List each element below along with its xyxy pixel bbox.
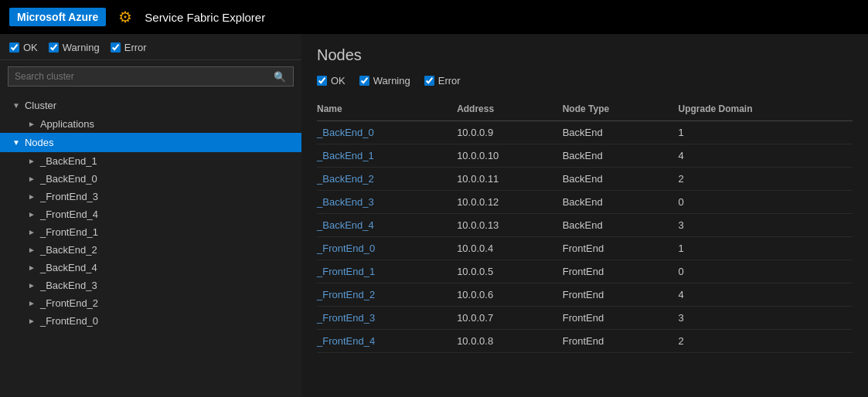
cell-name[interactable]: _FrontEnd_2	[317, 283, 457, 307]
sidebar-filter-ok-label: OK	[23, 42, 38, 53]
col-upgrade-domain: Upgrade Domain	[679, 99, 853, 121]
table-row: _FrontEnd_2 10.0.0.6 FrontEnd 4	[317, 283, 853, 307]
col-name: Name	[317, 99, 457, 121]
search-button[interactable]: 🔍	[271, 70, 289, 84]
sidebar-filter-error-checkbox[interactable]	[111, 42, 121, 53]
tree-child-item[interactable]: ►_BackEnd_3	[0, 277, 301, 294]
tree-item-cluster[interactable]: ▼ Cluster	[0, 96, 301, 115]
tree-child-item[interactable]: ►_FrontEnd_0	[0, 312, 301, 330]
chevron-down-icon-nodes: ▼	[12, 138, 20, 147]
chevron-right-icon: ►	[28, 157, 36, 165]
cell-upgrade-domain: 0	[679, 260, 853, 283]
tree-child-item[interactable]: ►_FrontEnd_4	[0, 205, 301, 223]
cell-node-type: FrontEnd	[563, 260, 679, 283]
search-input[interactable]	[8, 66, 294, 87]
cell-name[interactable]: _FrontEnd_3	[317, 307, 457, 330]
node-link[interactable]: _BackEnd_1	[317, 150, 374, 161]
tree-item-nodes[interactable]: ▼ Nodes	[0, 133, 301, 152]
node-link[interactable]: _FrontEnd_3	[317, 312, 375, 324]
node-link[interactable]: _BackEnd_0	[317, 127, 374, 138]
nodes-table: Name Address Node Type Upgrade Domain _B…	[317, 99, 853, 353]
node-link[interactable]: _BackEnd_2	[317, 173, 374, 185]
app-title: Service Fabric Explorer	[145, 11, 265, 24]
node-link[interactable]: _FrontEnd_2	[317, 289, 375, 300]
tree-child-item[interactable]: ►_FrontEnd_2	[0, 294, 301, 312]
tree-child-label: _BackEnd_1	[40, 155, 97, 167]
tree: ▼ Cluster ► Applications ▼ Nodes ►_BackE…	[0, 93, 301, 333]
chevron-right-icon: ►	[28, 210, 36, 219]
chevron-right-icon: ►	[28, 246, 36, 254]
app-icon: ⚙	[118, 8, 132, 26]
cell-upgrade-domain: 2	[679, 330, 853, 353]
sidebar-filter-warning-checkbox[interactable]	[49, 42, 59, 53]
content-filter-error-checkbox[interactable]	[424, 76, 434, 86]
cell-name[interactable]: _FrontEnd_1	[317, 260, 457, 283]
content-filter-ok-checkbox[interactable]	[317, 76, 327, 86]
chevron-right-icon: ►	[28, 120, 36, 128]
table-row: _BackEnd_1 10.0.0.10 BackEnd 4	[317, 144, 853, 168]
content-filter-warning-checkbox[interactable]	[359, 76, 369, 86]
content-filter-error-label: Error	[438, 75, 461, 87]
nodes-table-body: _BackEnd_0 10.0.0.9 BackEnd 1 _BackEnd_1…	[317, 121, 853, 353]
sidebar-filter-warning-label: Warning	[63, 42, 100, 53]
tree-child-label: _BackEnd_2	[40, 244, 97, 256]
chevron-right-icon: ►	[28, 263, 36, 272]
cell-upgrade-domain: 4	[679, 283, 853, 307]
cell-name[interactable]: _BackEnd_0	[317, 121, 457, 144]
sidebar-filter-warning[interactable]: Warning	[49, 42, 100, 53]
node-link[interactable]: _BackEnd_3	[317, 196, 374, 208]
cell-upgrade-domain: 0	[679, 191, 853, 214]
cell-address: 10.0.0.11	[457, 168, 563, 191]
content-area: Nodes OK Warning Error Name Address	[301, 34, 868, 397]
content-filter-error[interactable]: Error	[424, 75, 461, 87]
cell-name[interactable]: _FrontEnd_4	[317, 330, 457, 353]
cell-address: 10.0.0.6	[457, 283, 563, 307]
sidebar-filter-error[interactable]: Error	[111, 42, 147, 53]
table-row: _BackEnd_2 10.0.0.11 BackEnd 2	[317, 168, 853, 191]
tree-child-label: _BackEnd_3	[40, 280, 97, 291]
tree-child-item[interactable]: ►_BackEnd_4	[0, 259, 301, 277]
cell-name[interactable]: _BackEnd_3	[317, 191, 457, 214]
cell-upgrade-domain: 2	[679, 168, 853, 191]
sidebar-filter-ok-checkbox[interactable]	[9, 42, 19, 53]
cell-name[interactable]: _BackEnd_1	[317, 144, 457, 168]
tree-child-label: _BackEnd_4	[40, 262, 97, 273]
sidebar-filter-bar: OK Warning Error	[0, 34, 301, 60]
cell-upgrade-domain: 3	[679, 307, 853, 330]
content-filter-ok-label: OK	[331, 75, 345, 87]
tree-child-label: _FrontEnd_2	[40, 297, 98, 309]
applications-label: Applications	[40, 118, 94, 130]
cell-name[interactable]: _BackEnd_4	[317, 214, 457, 237]
chevron-right-icon: ►	[28, 317, 36, 325]
cell-node-type: FrontEnd	[563, 237, 679, 260]
content-filter-warning[interactable]: Warning	[359, 75, 410, 87]
sidebar-filter-ok[interactable]: OK	[9, 42, 38, 53]
tree-child-item[interactable]: ►_FrontEnd_3	[0, 188, 301, 205]
app-header: Microsoft Azure ⚙ Service Fabric Explore…	[0, 0, 868, 34]
tree-child-item[interactable]: ►_BackEnd_0	[0, 170, 301, 188]
cell-node-type: FrontEnd	[563, 283, 679, 307]
cell-name[interactable]: _FrontEnd_0	[317, 237, 457, 260]
tree-child-item[interactable]: ►_FrontEnd_1	[0, 223, 301, 241]
cell-upgrade-domain: 4	[679, 144, 853, 168]
main-layout: OK Warning Error 🔍 ▼ Cluster ► A	[0, 34, 868, 397]
cell-name[interactable]: _BackEnd_2	[317, 168, 457, 191]
node-link[interactable]: _BackEnd_4	[317, 219, 374, 231]
table-row: _BackEnd_4 10.0.0.13 BackEnd 3	[317, 214, 853, 237]
tree-children: ►_BackEnd_1►_BackEnd_0►_FrontEnd_3►_Fron…	[0, 152, 301, 330]
node-link[interactable]: _FrontEnd_4	[317, 335, 375, 347]
node-link[interactable]: _FrontEnd_1	[317, 266, 375, 277]
tree-child-label: _FrontEnd_3	[40, 191, 98, 202]
tree-child-label: _FrontEnd_0	[40, 315, 98, 327]
content-filter-bar: OK Warning Error	[317, 75, 853, 87]
cluster-label: Cluster	[25, 100, 56, 111]
cell-address: 10.0.0.12	[457, 191, 563, 214]
tree-item-applications[interactable]: ► Applications	[0, 115, 301, 133]
tree-child-item[interactable]: ►_BackEnd_2	[0, 241, 301, 259]
tree-child-item[interactable]: ►_BackEnd_1	[0, 152, 301, 170]
node-link[interactable]: _FrontEnd_0	[317, 243, 375, 254]
content-filter-ok[interactable]: OK	[317, 75, 345, 87]
content-filter-warning-label: Warning	[373, 75, 410, 87]
cell-node-type: BackEnd	[563, 191, 679, 214]
chevron-right-icon: ►	[28, 281, 36, 290]
